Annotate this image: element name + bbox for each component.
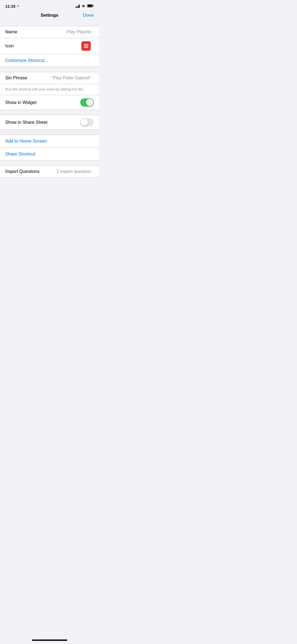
done-button[interactable]: Done	[83, 13, 94, 18]
siri-phrase-value-container: “Play Peter Gabriel” ›	[51, 75, 94, 81]
show-in-share-sheet-label: Show in Share Sheet	[5, 120, 48, 125]
bottom-gap	[0, 178, 99, 194]
import-questions-chevron-icon: ›	[92, 169, 94, 174]
shortcut-icon	[81, 41, 91, 51]
import-questions-row[interactable]: Import Questions 1 import question ›	[0, 166, 99, 177]
page-title: Settings	[41, 13, 58, 18]
section-gap-3	[0, 110, 99, 115]
share-shortcut-row[interactable]: Share Shortcut	[0, 148, 99, 160]
customize-row[interactable]: Customize Shortcut...	[0, 54, 99, 67]
show-in-widget-toggle[interactable]	[80, 98, 94, 107]
section-gap-4	[0, 130, 99, 135]
name-label: Name	[5, 29, 17, 35]
import-questions-value-container: 1 import question ›	[56, 169, 94, 174]
siri-phrase-value: “Play Peter Gabriel”	[51, 75, 91, 81]
section-gap-5	[0, 161, 99, 165]
signal-icon	[76, 4, 80, 8]
section-name-icon: Name Play Playlist › Icon › Customize Sh…	[0, 26, 99, 67]
customize-link[interactable]: Customize Shortcut...	[5, 58, 48, 63]
status-time: 11:15	[5, 4, 15, 8]
siri-phrase-chevron-icon: ›	[92, 76, 94, 80]
icon-label: Icon	[5, 43, 14, 49]
show-in-widget-row: Show in Widget	[0, 95, 99, 110]
section-actions: Add to Home Screen Share Shortcut	[0, 135, 99, 161]
svg-rect-5	[84, 47, 88, 48]
show-in-widget-label: Show in Widget	[5, 100, 36, 105]
icon-row[interactable]: Icon ›	[0, 38, 99, 54]
section-gap-1	[0, 21, 99, 26]
status-icons	[76, 4, 94, 8]
location-icon: ↗	[16, 4, 19, 8]
add-to-home-screen-label[interactable]: Add to Home Screen	[5, 139, 47, 144]
section-gap-2	[0, 67, 99, 72]
import-questions-label: Import Questions	[5, 169, 39, 174]
svg-rect-3	[84, 44, 88, 45]
name-value: Play Playlist	[67, 29, 91, 35]
icon-value-container: ›	[81, 41, 94, 51]
siri-phrase-row[interactable]: Siri Phrase “Play Peter Gabriel” ›	[0, 72, 99, 84]
toggle-knob	[86, 99, 93, 106]
name-chevron-icon: ›	[92, 30, 94, 34]
svg-rect-2	[88, 5, 92, 7]
name-row[interactable]: Name Play Playlist ›	[0, 26, 99, 38]
wifi-icon	[81, 4, 86, 8]
show-in-share-sheet-row: Show in Share Sheet	[0, 115, 99, 130]
name-value-container: Play Playlist ›	[67, 29, 94, 35]
section-import: Import Questions 1 import question ›	[0, 165, 99, 178]
share-sheet-toggle-knob	[81, 119, 88, 126]
svg-rect-4	[84, 46, 88, 46]
nav-bar: Settings Done	[0, 11, 99, 21]
import-questions-value: 1 import question	[56, 169, 91, 174]
icon-chevron-icon: ›	[92, 44, 94, 48]
siri-description-text: Run this shortcut with your voice by add…	[5, 87, 84, 91]
svg-rect-1	[93, 5, 94, 7]
siri-phrase-label: Siri Phrase	[5, 75, 27, 81]
siri-description-row: Run this shortcut with your voice by add…	[0, 84, 99, 95]
add-to-home-screen-row[interactable]: Add to Home Screen	[0, 135, 99, 148]
section-siri: Siri Phrase “Play Peter Gabriel” › Run t…	[0, 72, 99, 110]
section-share-sheet: Show in Share Sheet	[0, 115, 99, 130]
status-bar: 11:15 ↗	[0, 0, 99, 11]
battery-icon	[87, 4, 94, 8]
show-in-share-sheet-toggle[interactable]	[80, 118, 94, 126]
share-shortcut-label[interactable]: Share Shortcut	[5, 151, 35, 157]
